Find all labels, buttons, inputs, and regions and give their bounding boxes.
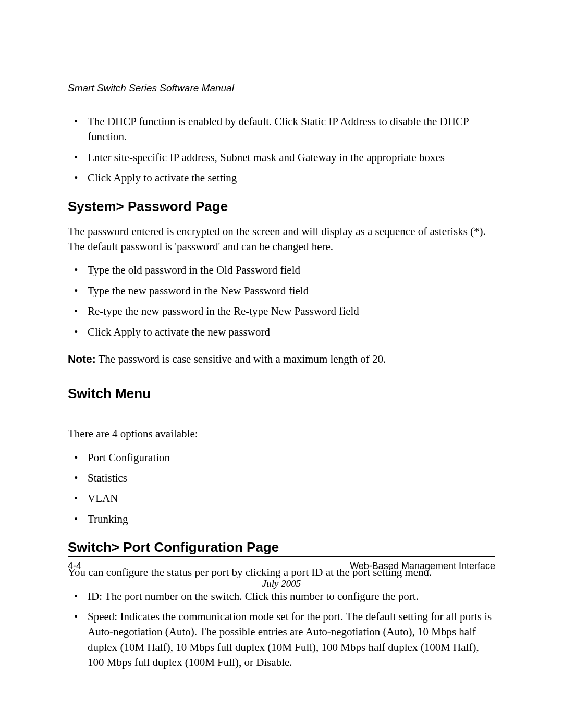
list-item: Enter site-specific IP address, Subnet m… bbox=[68, 150, 495, 165]
note-text: The password is case sensitive and with … bbox=[96, 353, 386, 365]
heading-port-config: Switch> Port Configuration Page bbox=[68, 539, 495, 556]
list-item: ID: The port number on the switch. Click… bbox=[68, 589, 495, 604]
switch-menu-bullet-list: Port Configuration Statistics VLAN Trunk… bbox=[68, 450, 495, 527]
list-item: VLAN bbox=[68, 491, 495, 506]
list-item: Port Configuration bbox=[68, 450, 495, 465]
page-number: 4-4 bbox=[68, 561, 81, 572]
port-config-bullet-list: ID: The port number on the switch. Click… bbox=[68, 589, 495, 671]
password-note: Note: The password is case sensitive and… bbox=[68, 351, 495, 367]
spacer bbox=[68, 406, 495, 426]
intro-bullet-list: The DHCP function is enabled by default.… bbox=[68, 114, 495, 186]
list-item: Trunking bbox=[68, 512, 495, 527]
running-header: Smart Switch Series Software Manual bbox=[68, 82, 495, 97]
page-footer: 4-4 Web-Based Management Interface bbox=[68, 556, 495, 572]
list-item: Type the new password in the New Passwor… bbox=[68, 283, 495, 299]
list-item: Re-type the new password in the Re-type … bbox=[68, 304, 495, 319]
list-item: Statistics bbox=[68, 471, 495, 486]
note-label: Note: bbox=[68, 353, 96, 365]
password-bullet-list: Type the old password in the Old Passwor… bbox=[68, 263, 495, 340]
heading-password-page: System> Password Page bbox=[68, 199, 495, 215]
footer-date: July 2005 bbox=[0, 578, 563, 589]
heading-switch-menu: Switch Menu bbox=[68, 386, 495, 406]
list-item: The DHCP function is enabled by default.… bbox=[68, 114, 495, 145]
footer-section-title: Web-Based Management Interface bbox=[350, 561, 495, 572]
list-item: Click Apply to activate the setting bbox=[68, 170, 495, 186]
list-item: Speed: Indicates the communication mode … bbox=[68, 609, 495, 671]
password-intro-paragraph: The password entered is encrypted on the… bbox=[68, 224, 495, 255]
list-item: Click Apply to activate the new password bbox=[68, 325, 495, 340]
list-item: Type the old password in the Old Passwor… bbox=[68, 263, 495, 278]
switch-menu-intro: There are 4 options available: bbox=[68, 426, 495, 441]
